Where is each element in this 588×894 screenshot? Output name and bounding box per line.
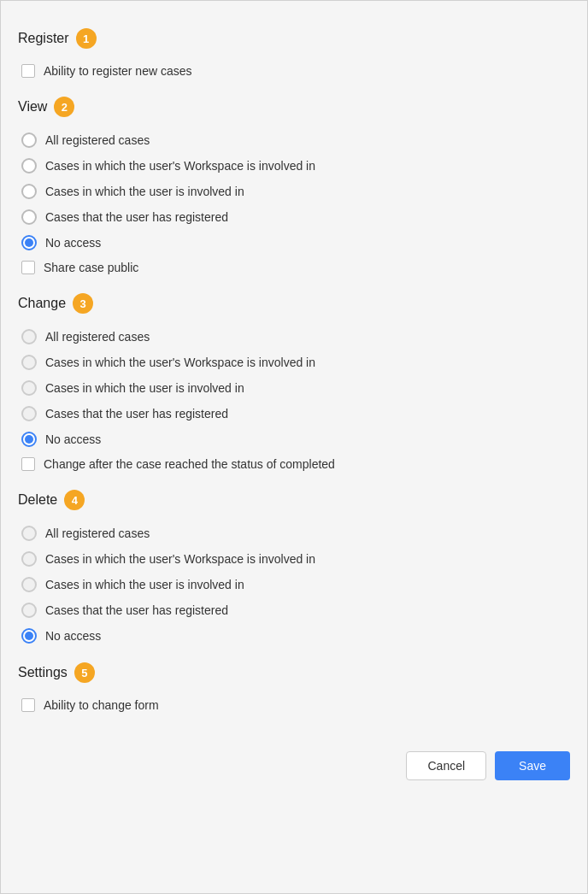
delete-radio-input-1[interactable] [21,526,37,541]
change-radio-1: All registered cases [18,324,570,350]
delete-section: Delete 4 All registered cases Cases in w… [18,490,570,649]
delete-radio-label-4: Cases that the user has registered [45,603,228,617]
view-title: View [18,99,47,115]
view-radio-input-3[interactable] [21,184,37,199]
view-header: View 2 [18,97,570,117]
change-radio-input-3[interactable] [21,380,37,396]
change-completed-checkbox[interactable] [21,457,35,471]
change-radio-input-4[interactable] [21,406,37,421]
view-radio-1: All registered cases [18,127,570,153]
change-radio-label-3: Cases in which the user is involved in [45,381,244,395]
settings-title: Settings [18,665,68,680]
register-option-1: Ability to register new cases [18,59,570,83]
view-badge: 2 [54,97,74,117]
change-radio-input-2[interactable] [21,355,37,370]
register-checkbox-1[interactable] [21,64,35,78]
delete-radio-3: Cases in which the user is involved in [18,572,570,597]
change-title: Change [18,296,66,311]
delete-radio-label-2: Cases in which the user's Workspace is i… [45,552,315,566]
delete-radio-2: Cases in which the user's Workspace is i… [18,546,570,572]
register-section: Register 1 Ability to register new cases [18,28,570,83]
change-radio-label-1: All registered cases [45,330,150,344]
view-radio-label-5: No access [45,236,101,250]
view-checkbox-1: Share case public [18,256,570,279]
change-radio-label-5: No access [45,432,101,446]
delete-radio-input-4[interactable] [21,603,37,618]
save-button[interactable]: Save [495,751,570,780]
cancel-button[interactable]: Cancel [406,751,486,780]
view-radio-5: No access [18,230,570,256]
change-radio-4: Cases that the user has registered [18,401,570,426]
view-radio-input-1[interactable] [21,132,37,148]
settings-form-checkbox[interactable] [21,698,35,712]
settings-section: Settings 5 Ability to change form [18,662,570,717]
view-radio-label-2: Cases in which the user's Workspace is i… [45,159,315,173]
settings-header: Settings 5 [18,662,570,683]
settings-badge: 5 [74,662,95,683]
change-radio-2: Cases in which the user's Workspace is i… [18,350,570,375]
change-completed-label: Change after the case reached the status… [44,457,335,471]
delete-radio-label-1: All registered cases [45,526,150,540]
view-radio-label-4: Cases that the user has registered [45,210,228,224]
view-radio-input-4[interactable] [21,209,37,225]
view-radio-3: Cases in which the user is involved in [18,179,570,204]
delete-radio-label-5: No access [45,629,101,643]
change-radio-label-2: Cases in which the user's Workspace is i… [45,356,315,369]
view-share-label: Share case public [44,261,138,274]
view-radio-2: Cases in which the user's Workspace is i… [18,153,570,179]
change-badge: 3 [73,293,93,314]
change-radio-3: Cases in which the user is involved in [18,375,570,401]
settings-checkbox-1: Ability to change form [18,693,570,717]
delete-radio-input-5[interactable] [21,628,37,644]
view-radio-input-2[interactable] [21,158,37,174]
register-label-1: Ability to register new cases [44,64,192,78]
view-radio-4: Cases that the user has registered [18,204,570,230]
delete-radio-label-3: Cases in which the user is involved in [45,578,244,591]
view-radio-label-3: Cases in which the user is involved in [45,185,244,198]
footer-buttons: Cancel Save [18,743,570,780]
delete-radio-5: No access [18,623,570,649]
change-radio-input-5[interactable] [21,432,37,447]
delete-header: Delete 4 [18,490,570,510]
delete-title: Delete [18,492,57,508]
register-header: Register 1 [18,28,570,49]
change-checkbox-1: Change after the case reached the status… [18,452,570,476]
change-section: Change 3 All registered cases Cases in w… [18,293,570,476]
change-radio-5: No access [18,426,570,452]
change-header: Change 3 [18,293,570,314]
register-badge: 1 [76,28,97,49]
delete-badge: 4 [64,490,85,510]
view-section: View 2 All registered cases Cases in whi… [18,97,570,279]
change-radio-input-1[interactable] [21,329,37,344]
delete-radio-4: Cases that the user has registered [18,597,570,623]
register-title: Register [18,31,69,46]
view-share-checkbox[interactable] [21,261,35,274]
delete-radio-1: All registered cases [18,521,570,546]
settings-form-label: Ability to change form [44,698,159,712]
permissions-container: Register 1 Ability to register new cases… [0,0,588,894]
change-radio-label-4: Cases that the user has registered [45,407,228,421]
delete-radio-input-2[interactable] [21,551,37,567]
view-radio-input-5[interactable] [21,235,37,250]
view-radio-label-1: All registered cases [45,133,150,147]
delete-radio-input-3[interactable] [21,577,37,592]
